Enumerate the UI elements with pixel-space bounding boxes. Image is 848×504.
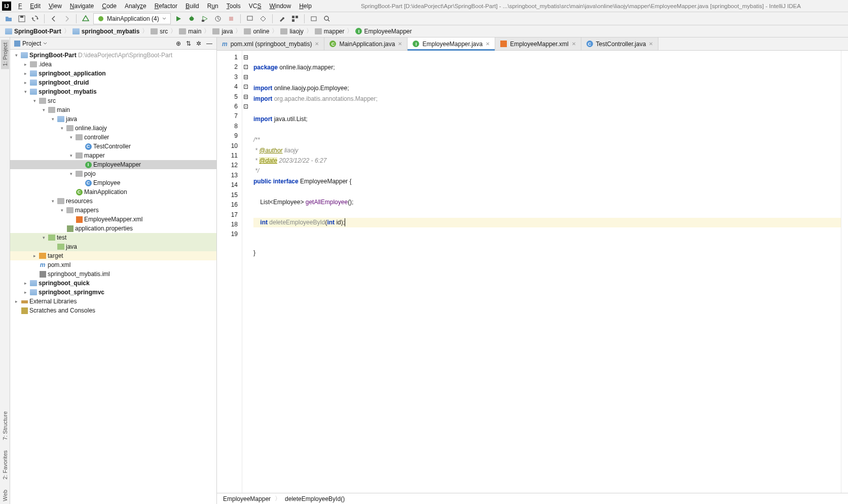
close-icon[interactable]: ✕ (398, 41, 402, 47)
stop-icon[interactable] (226, 13, 237, 24)
menu-help[interactable]: Help (295, 1, 316, 11)
close-icon[interactable]: ✕ (315, 41, 319, 47)
menu-window[interactable]: Window (265, 1, 295, 11)
breadcrumb-item[interactable]: online (242, 28, 271, 35)
locate-icon[interactable]: ⊕ (176, 40, 181, 47)
coverage-icon[interactable] (199, 13, 210, 24)
save-icon[interactable] (16, 13, 27, 24)
tree-item[interactable]: ▾online.liaojy (10, 124, 216, 133)
tree-item[interactable]: CEmployee (10, 178, 216, 187)
editor-body[interactable]: 12345678910111213141516171819 ⊟⊡⊟⊡⊟⊡ pac… (217, 51, 848, 493)
chevron-down-icon[interactable] (43, 42, 47, 46)
toolbar: MainApplication (4) (0, 12, 848, 25)
tree-item-selected[interactable]: IEmployeeMapper (10, 160, 216, 169)
editor-tab-active[interactable]: IEmployeeMapper.java✕ (408, 37, 495, 50)
tree-item[interactable]: ▾controller (10, 133, 216, 142)
menu-build[interactable]: Build (181, 1, 203, 11)
crumb-item[interactable]: deleteEmployeeById() (285, 495, 345, 502)
avd-icon[interactable] (244, 13, 255, 24)
tree-item[interactable]: CTestController (10, 142, 216, 151)
menubar: IJ F Edit View Navigate Code Analyze Ref… (0, 0, 848, 12)
breadcrumb-item[interactable]: src (149, 28, 170, 35)
menu-refactor[interactable]: Refactor (151, 1, 181, 11)
tree-item[interactable]: ▾mapper (10, 151, 216, 160)
project-tree[interactable]: ▾SpringBoot-Part D:\ideaPorject\Apr\Spri… (10, 50, 216, 504)
build-icon[interactable] (80, 13, 91, 24)
tree-item[interactable]: ▾springboot_mybatis (10, 87, 216, 96)
gear-icon[interactable]: ✲ (196, 40, 201, 47)
menu-view[interactable]: View (45, 1, 66, 11)
editor-tab[interactable]: mpom.xml (springboot_mybatis)✕ (217, 37, 324, 50)
menu-file[interactable]: F (14, 1, 26, 11)
run-config-selector[interactable]: MainApplication (4) (93, 13, 171, 24)
breadcrumb-item[interactable]: mapper (313, 28, 347, 35)
settings-wrench-icon[interactable] (276, 13, 287, 24)
line-number-gutter: 12345678910111213141516171819 (217, 51, 242, 493)
tree-item[interactable]: java (10, 242, 216, 251)
tree-item[interactable]: ▾java (10, 114, 216, 124)
sync-icon[interactable] (29, 13, 41, 24)
menu-run[interactable]: Run (203, 1, 223, 11)
menu-navigate[interactable]: Navigate (66, 1, 98, 11)
menu-vcs[interactable]: VCS (245, 1, 266, 11)
back-icon[interactable] (48, 13, 59, 24)
gutter-tab-structure[interactable]: 7: Structure (1, 408, 9, 443)
run-icon[interactable] (173, 13, 184, 24)
tree-item[interactable]: ▾pojo (10, 169, 216, 178)
tree-item[interactable]: ▸springboot_druid (10, 78, 216, 87)
close-icon[interactable]: ✕ (486, 41, 490, 47)
forward-icon[interactable] (61, 13, 72, 24)
breadcrumb-item[interactable]: java (210, 28, 235, 35)
open-icon[interactable] (3, 13, 14, 24)
close-icon[interactable]: ✕ (649, 41, 653, 47)
breadcrumb-item[interactable]: liaojy (278, 28, 305, 35)
tree-item[interactable]: EmployeeMapper.xml (10, 215, 216, 224)
expand-icon[interactable]: ⇅ (186, 40, 191, 47)
search-icon[interactable] (321, 13, 333, 24)
tree-item[interactable]: Scratches and Consoles (10, 306, 216, 315)
tree-item[interactable]: application.properties (10, 224, 216, 233)
menu-tools[interactable]: Tools (223, 1, 245, 11)
editor-tab[interactable]: CTestController.java✕ (581, 37, 659, 50)
tree-item[interactable]: ▸springboot_application (10, 69, 216, 78)
error-stripe[interactable] (841, 51, 848, 493)
tree-item[interactable]: ▾mappers (10, 206, 216, 215)
crumb-item[interactable]: EmployeeMapper (223, 495, 271, 502)
breadcrumb-item[interactable]: SpringBoot-Part (3, 28, 63, 35)
tree-item[interactable]: ▸springboot_springmvc (10, 288, 216, 297)
tree-item[interactable]: ▾main (10, 105, 216, 114)
editor-tab[interactable]: CMainApplication.java✕ (324, 37, 408, 50)
fold-gutter[interactable]: ⊟⊡⊟⊡⊟⊡ (242, 51, 249, 493)
profile-icon[interactable] (212, 13, 224, 24)
tree-item[interactable]: ▾src (10, 96, 216, 105)
tree-item[interactable]: ▸target (10, 251, 216, 260)
project-structure-icon[interactable] (289, 13, 301, 24)
hide-icon[interactable]: — (206, 40, 212, 47)
tree-item[interactable]: ▸External Libraries (10, 297, 216, 306)
tree-item[interactable]: ▸.idea (10, 60, 216, 69)
tree-item[interactable]: CMainApplication (10, 187, 216, 197)
breadcrumb-item[interactable]: springboot_mybatis (70, 28, 142, 35)
close-icon[interactable]: ✕ (572, 41, 576, 47)
gutter-tab-project[interactable]: 1: Project (1, 40, 9, 69)
sdk-icon[interactable] (257, 13, 269, 24)
tree-item[interactable]: mpom.xml (10, 260, 216, 269)
gutter-tab-favorites[interactable]: 2: Favorites (1, 447, 9, 482)
breadcrumb-item[interactable]: main (177, 28, 203, 35)
tree-item-root[interactable]: ▾SpringBoot-Part D:\ideaPorject\Apr\Spri… (10, 51, 216, 60)
menu-code[interactable]: Code (98, 1, 121, 11)
tree-item[interactable]: ▾resources (10, 197, 216, 206)
breadcrumb-item[interactable]: IEmployeeMapper (353, 28, 414, 35)
menu-analyze[interactable]: Analyze (121, 1, 151, 11)
gutter-tab-web[interactable]: Web (1, 487, 9, 504)
debug-icon[interactable] (186, 13, 197, 24)
tree-item[interactable]: ▸springboot_quick (10, 279, 216, 288)
menu-edit[interactable]: Edit (26, 1, 45, 11)
tree-item[interactable]: springboot_mybatis.iml (10, 269, 216, 279)
editor-tabs: mpom.xml (springboot_mybatis)✕ CMainAppl… (217, 37, 848, 51)
tree-item[interactable]: ▾test (10, 233, 216, 242)
editor-tab[interactable]: EmployeeMapper.xml✕ (495, 37, 581, 50)
ant-icon[interactable] (308, 13, 319, 24)
folder-icon (151, 28, 158, 34)
code-editor[interactable]: package online.liaojy.mapper; import onl… (249, 51, 841, 493)
